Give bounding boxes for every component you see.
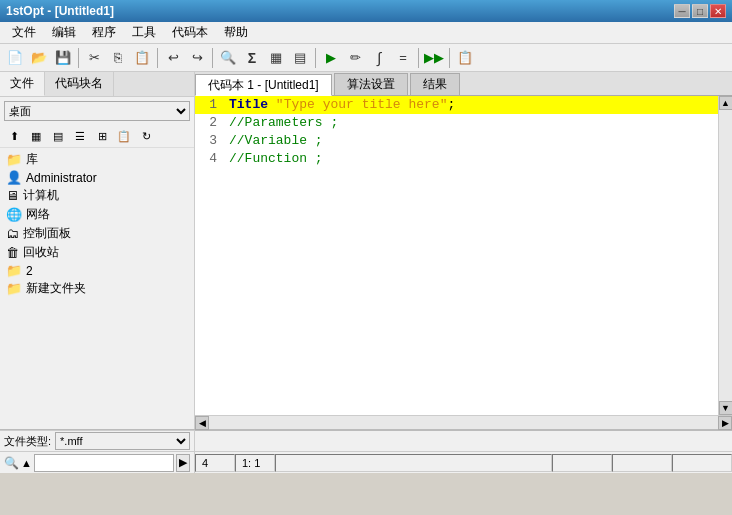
- menu-codebook[interactable]: 代码本: [164, 22, 216, 43]
- cut-button[interactable]: ✂: [83, 47, 105, 69]
- tree-item-label: 库: [26, 151, 38, 168]
- toolbar-sep-6: [449, 48, 450, 68]
- tab-result[interactable]: 结果: [410, 73, 460, 95]
- horizontal-scrollbar[interactable]: ◀ ▶: [195, 415, 732, 429]
- tab-codebook[interactable]: 代码本 1 - [Untitled1]: [195, 74, 332, 96]
- toolbar-sep-1: [78, 48, 79, 68]
- scroll-left-button[interactable]: ◀: [195, 416, 209, 430]
- scroll-right-button[interactable]: ▶: [718, 416, 732, 430]
- save-file-button[interactable]: 💾: [52, 47, 74, 69]
- folder-copy-btn[interactable]: 📋: [114, 127, 134, 145]
- tree-item-2[interactable]: 📁 2: [2, 262, 192, 279]
- code-editor[interactable]: 1 Title "Type your title here"; 2 //Para…: [195, 96, 732, 415]
- tree-item-computer[interactable]: 🖥 计算机: [2, 186, 192, 205]
- integral-button[interactable]: ∫: [368, 47, 390, 69]
- search-go-button[interactable]: ▶: [176, 454, 190, 472]
- open-file-button[interactable]: 📂: [28, 47, 50, 69]
- folder-detail-btn[interactable]: ☰: [70, 127, 90, 145]
- sigma-button[interactable]: Σ: [241, 47, 263, 69]
- line-content-3: //Variable ;: [225, 132, 718, 150]
- tree-item-controlpanel[interactable]: 🗂 控制面板: [2, 224, 192, 243]
- new-file-button[interactable]: 📄: [4, 47, 26, 69]
- folder-select[interactable]: 桌面: [4, 101, 190, 121]
- close-button[interactable]: ✕: [710, 4, 726, 18]
- tree-item-label: Administrator: [26, 171, 97, 185]
- run-all-button[interactable]: ▶▶: [423, 47, 445, 69]
- redo-button[interactable]: ↪: [186, 47, 208, 69]
- toolbar-sep-4: [315, 48, 316, 68]
- network-icon: 🌐: [6, 207, 22, 222]
- tree-item-admin[interactable]: 👤 Administrator: [2, 169, 192, 186]
- search-input[interactable]: [34, 454, 174, 472]
- line-content-4: //Function ;: [225, 150, 718, 168]
- menu-file[interactable]: 文件: [4, 22, 44, 43]
- right-panel: 代码本 1 - [Untitled1] 算法设置 结果 1 Title "Typ…: [195, 72, 732, 429]
- equal-button[interactable]: =: [392, 47, 414, 69]
- code-line-4: 4 //Function ;: [195, 150, 718, 168]
- grid-button[interactable]: ▦: [265, 47, 287, 69]
- title-bar-text: 1stOpt - [Untitled1]: [6, 4, 114, 18]
- user-icon: 👤: [6, 170, 22, 185]
- editor-tabs: 代码本 1 - [Untitled1] 算法设置 结果: [195, 72, 732, 96]
- file-type-bar: 文件类型: *.mff: [0, 430, 195, 451]
- scroll-down-button[interactable]: ▼: [719, 401, 733, 415]
- file-type-select[interactable]: *.mff: [55, 432, 190, 450]
- line-number-3: 3: [195, 132, 225, 150]
- tree-item-network[interactable]: 🌐 网络: [2, 205, 192, 224]
- go-up-button[interactable]: ⬆: [4, 127, 24, 145]
- tab-algorithm[interactable]: 算法设置: [334, 73, 408, 95]
- bottom-file-row: 文件类型: *.mff: [0, 429, 732, 451]
- paste-button[interactable]: 📋: [131, 47, 153, 69]
- folder-list-btn[interactable]: ▤: [48, 127, 68, 145]
- tree-item-label: 回收站: [23, 244, 59, 261]
- search-label: ▲: [21, 457, 32, 469]
- tree-item-lib[interactable]: 📁 库: [2, 150, 192, 169]
- list-button[interactable]: ▤: [289, 47, 311, 69]
- tree-item-label: 网络: [26, 206, 50, 223]
- status-seg4: [552, 454, 612, 472]
- file-type-label: 文件类型:: [4, 434, 51, 449]
- folder-grid-btn[interactable]: ▦: [26, 127, 46, 145]
- menu-help[interactable]: 帮助: [216, 22, 256, 43]
- copy-button[interactable]: ⎘: [107, 47, 129, 69]
- right-bottom-spacer: [195, 430, 732, 451]
- status-seg6: [672, 454, 732, 472]
- scroll-up-button[interactable]: ▲: [719, 96, 733, 110]
- toolbar-sep-5: [418, 48, 419, 68]
- code-area[interactable]: 1 Title "Type your title here"; 2 //Para…: [195, 96, 718, 415]
- run-button[interactable]: ▶: [320, 47, 342, 69]
- edit-button[interactable]: ✏: [344, 47, 366, 69]
- tree-item-label: 计算机: [23, 187, 59, 204]
- tree-item-recycle[interactable]: 🗑 回收站: [2, 243, 192, 262]
- code-line-3: 3 //Variable ;: [195, 132, 718, 150]
- menu-program[interactable]: 程序: [84, 22, 124, 43]
- left-tabs: 文件 代码块名: [0, 72, 194, 97]
- status-seg3: [275, 454, 552, 472]
- tab-file[interactable]: 文件: [0, 72, 45, 96]
- search-area: 🔍 ▲ ▶: [0, 451, 195, 473]
- menu-edit[interactable]: 编辑: [44, 22, 84, 43]
- search-button[interactable]: 🔍: [217, 47, 239, 69]
- tree-item-label: 2: [26, 264, 33, 278]
- menu-bar: 文件 编辑 程序 工具 代码本 帮助: [0, 22, 732, 44]
- extra-button[interactable]: 📋: [454, 47, 476, 69]
- menu-tools[interactable]: 工具: [124, 22, 164, 43]
- search-icon: 🔍: [4, 456, 19, 470]
- folder-icons-btn[interactable]: ⊞: [92, 127, 112, 145]
- recycle-icon: 🗑: [6, 245, 19, 260]
- main-area: 文件 代码块名 桌面 ⬆ ▦ ▤ ☰ ⊞ 📋 ↻ 📁 库 👤 Administr…: [0, 72, 732, 429]
- minimize-button[interactable]: ─: [674, 4, 690, 18]
- toolbar-sep-2: [157, 48, 158, 68]
- tree-item-newfolder[interactable]: 📁 新建文件夹: [2, 279, 192, 298]
- status-bar: 4 1: 1: [195, 451, 732, 473]
- tab-codename[interactable]: 代码块名: [45, 72, 114, 96]
- line-content-1: Title "Type your title here";: [225, 96, 718, 114]
- folder-refresh-btn[interactable]: ↻: [136, 127, 156, 145]
- tree-item-label: 控制面板: [23, 225, 71, 242]
- vertical-scrollbar[interactable]: ▲ ▼: [718, 96, 732, 415]
- status-position: 1: 1: [235, 454, 275, 472]
- tree-item-label: 新建文件夹: [26, 280, 86, 297]
- maximize-button[interactable]: □: [692, 4, 708, 18]
- computer-icon: 🖥: [6, 188, 19, 203]
- undo-button[interactable]: ↩: [162, 47, 184, 69]
